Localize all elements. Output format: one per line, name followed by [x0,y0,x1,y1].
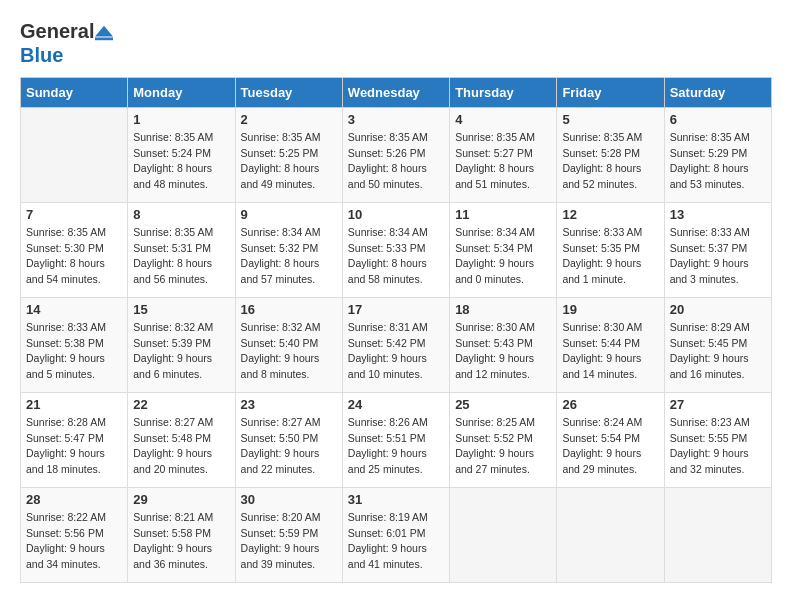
calendar-cell: 17Sunrise: 8:31 AMSunset: 5:42 PMDayligh… [342,297,449,392]
week-row-1: 7Sunrise: 8:35 AMSunset: 5:30 PMDaylight… [21,202,772,297]
logo-general: General [20,20,94,42]
calendar-cell: 20Sunrise: 8:29 AMSunset: 5:45 PMDayligh… [664,297,771,392]
calendar-cell: 9Sunrise: 8:34 AMSunset: 5:32 PMDaylight… [235,202,342,297]
day-number: 18 [455,302,551,317]
calendar-cell: 13Sunrise: 8:33 AMSunset: 5:37 PMDayligh… [664,202,771,297]
calendar-cell: 3Sunrise: 8:35 AMSunset: 5:26 PMDaylight… [342,107,449,202]
day-info: Sunrise: 8:33 AMSunset: 5:37 PMDaylight:… [670,225,766,288]
day-info: Sunrise: 8:23 AMSunset: 5:55 PMDaylight:… [670,415,766,478]
header-day-tuesday: Tuesday [235,77,342,107]
calendar-cell: 2Sunrise: 8:35 AMSunset: 5:25 PMDaylight… [235,107,342,202]
calendar-cell: 21Sunrise: 8:28 AMSunset: 5:47 PMDayligh… [21,392,128,487]
calendar-cell: 11Sunrise: 8:34 AMSunset: 5:34 PMDayligh… [450,202,557,297]
day-number: 27 [670,397,766,412]
calendar-cell: 15Sunrise: 8:32 AMSunset: 5:39 PMDayligh… [128,297,235,392]
day-number: 25 [455,397,551,412]
day-info: Sunrise: 8:26 AMSunset: 5:51 PMDaylight:… [348,415,444,478]
day-info: Sunrise: 8:35 AMSunset: 5:30 PMDaylight:… [26,225,122,288]
day-number: 11 [455,207,551,222]
day-number: 23 [241,397,337,412]
day-info: Sunrise: 8:35 AMSunset: 5:24 PMDaylight:… [133,130,229,193]
day-number: 17 [348,302,444,317]
calendar-cell [664,487,771,582]
day-number: 14 [26,302,122,317]
day-info: Sunrise: 8:28 AMSunset: 5:47 PMDaylight:… [26,415,122,478]
day-number: 12 [562,207,658,222]
calendar-cell: 28Sunrise: 8:22 AMSunset: 5:56 PMDayligh… [21,487,128,582]
calendar-header: SundayMondayTuesdayWednesdayThursdayFrid… [21,77,772,107]
svg-rect-1 [95,37,113,40]
calendar-cell: 18Sunrise: 8:30 AMSunset: 5:43 PMDayligh… [450,297,557,392]
day-info: Sunrise: 8:30 AMSunset: 5:43 PMDaylight:… [455,320,551,383]
week-row-3: 21Sunrise: 8:28 AMSunset: 5:47 PMDayligh… [21,392,772,487]
day-number: 4 [455,112,551,127]
header-day-friday: Friday [557,77,664,107]
calendar-cell: 30Sunrise: 8:20 AMSunset: 5:59 PMDayligh… [235,487,342,582]
day-info: Sunrise: 8:34 AMSunset: 5:33 PMDaylight:… [348,225,444,288]
day-number: 3 [348,112,444,127]
calendar-cell: 25Sunrise: 8:25 AMSunset: 5:52 PMDayligh… [450,392,557,487]
day-number: 30 [241,492,337,507]
day-number: 6 [670,112,766,127]
calendar-cell: 14Sunrise: 8:33 AMSunset: 5:38 PMDayligh… [21,297,128,392]
day-number: 1 [133,112,229,127]
calendar-cell: 4Sunrise: 8:35 AMSunset: 5:27 PMDaylight… [450,107,557,202]
logo: General Blue [20,20,113,67]
day-info: Sunrise: 8:35 AMSunset: 5:28 PMDaylight:… [562,130,658,193]
day-number: 13 [670,207,766,222]
day-number: 7 [26,207,122,222]
header-day-thursday: Thursday [450,77,557,107]
calendar-cell: 7Sunrise: 8:35 AMSunset: 5:30 PMDaylight… [21,202,128,297]
header: General Blue [20,20,772,67]
day-info: Sunrise: 8:21 AMSunset: 5:58 PMDaylight:… [133,510,229,573]
calendar-cell [21,107,128,202]
day-number: 10 [348,207,444,222]
header-day-wednesday: Wednesday [342,77,449,107]
header-day-saturday: Saturday [664,77,771,107]
header-row: SundayMondayTuesdayWednesdayThursdayFrid… [21,77,772,107]
calendar-cell: 19Sunrise: 8:30 AMSunset: 5:44 PMDayligh… [557,297,664,392]
calendar-cell [450,487,557,582]
day-info: Sunrise: 8:19 AMSunset: 6:01 PMDaylight:… [348,510,444,573]
day-number: 16 [241,302,337,317]
day-number: 22 [133,397,229,412]
logo-blue: Blue [20,44,63,66]
day-number: 29 [133,492,229,507]
calendar-cell: 31Sunrise: 8:19 AMSunset: 6:01 PMDayligh… [342,487,449,582]
calendar-cell: 6Sunrise: 8:35 AMSunset: 5:29 PMDaylight… [664,107,771,202]
day-info: Sunrise: 8:34 AMSunset: 5:34 PMDaylight:… [455,225,551,288]
calendar-cell: 10Sunrise: 8:34 AMSunset: 5:33 PMDayligh… [342,202,449,297]
week-row-0: 1Sunrise: 8:35 AMSunset: 5:24 PMDaylight… [21,107,772,202]
day-info: Sunrise: 8:35 AMSunset: 5:25 PMDaylight:… [241,130,337,193]
calendar-cell: 27Sunrise: 8:23 AMSunset: 5:55 PMDayligh… [664,392,771,487]
day-info: Sunrise: 8:35 AMSunset: 5:29 PMDaylight:… [670,130,766,193]
calendar-cell: 22Sunrise: 8:27 AMSunset: 5:48 PMDayligh… [128,392,235,487]
calendar-cell: 24Sunrise: 8:26 AMSunset: 5:51 PMDayligh… [342,392,449,487]
day-info: Sunrise: 8:32 AMSunset: 5:39 PMDaylight:… [133,320,229,383]
day-number: 26 [562,397,658,412]
calendar-table: SundayMondayTuesdayWednesdayThursdayFrid… [20,77,772,583]
calendar-cell: 16Sunrise: 8:32 AMSunset: 5:40 PMDayligh… [235,297,342,392]
day-info: Sunrise: 8:25 AMSunset: 5:52 PMDaylight:… [455,415,551,478]
day-info: Sunrise: 8:34 AMSunset: 5:32 PMDaylight:… [241,225,337,288]
logo-arrow-icon [95,24,113,42]
day-info: Sunrise: 8:27 AMSunset: 5:48 PMDaylight:… [133,415,229,478]
day-number: 8 [133,207,229,222]
day-number: 15 [133,302,229,317]
day-number: 5 [562,112,658,127]
calendar-cell: 29Sunrise: 8:21 AMSunset: 5:58 PMDayligh… [128,487,235,582]
calendar-cell: 8Sunrise: 8:35 AMSunset: 5:31 PMDaylight… [128,202,235,297]
calendar-cell [557,487,664,582]
calendar-cell: 12Sunrise: 8:33 AMSunset: 5:35 PMDayligh… [557,202,664,297]
day-info: Sunrise: 8:33 AMSunset: 5:38 PMDaylight:… [26,320,122,383]
day-info: Sunrise: 8:20 AMSunset: 5:59 PMDaylight:… [241,510,337,573]
day-info: Sunrise: 8:32 AMSunset: 5:40 PMDaylight:… [241,320,337,383]
day-info: Sunrise: 8:35 AMSunset: 5:31 PMDaylight:… [133,225,229,288]
day-number: 28 [26,492,122,507]
calendar-cell: 26Sunrise: 8:24 AMSunset: 5:54 PMDayligh… [557,392,664,487]
day-info: Sunrise: 8:33 AMSunset: 5:35 PMDaylight:… [562,225,658,288]
calendar-cell: 5Sunrise: 8:35 AMSunset: 5:28 PMDaylight… [557,107,664,202]
logo-wrapper: General Blue [20,20,113,67]
week-row-4: 28Sunrise: 8:22 AMSunset: 5:56 PMDayligh… [21,487,772,582]
day-number: 24 [348,397,444,412]
